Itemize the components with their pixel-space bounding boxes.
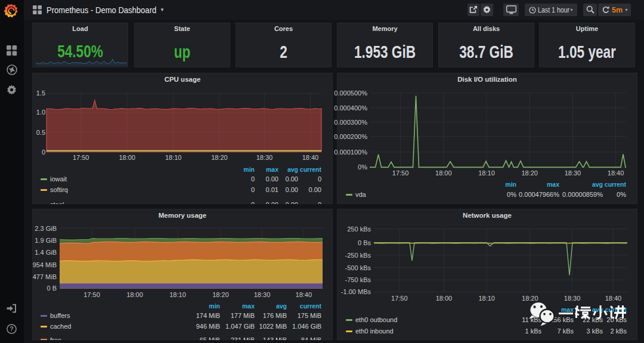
svg-text:?: ? [10,325,13,332]
